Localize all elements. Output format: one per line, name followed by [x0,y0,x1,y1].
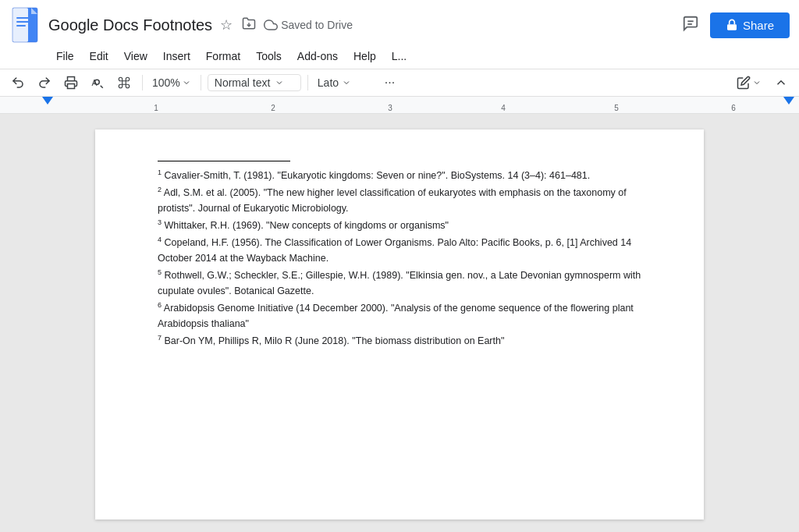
style-dropdown-icon [275,78,284,87]
svg-rect-5 [16,21,30,23]
ruler: 1 2 3 4 5 6 [0,97,799,114]
svg-text:4: 4 [501,104,506,112]
toolbar: A 100% Normal text Lato ··· [0,69,799,97]
menu-tools[interactable]: Tools [248,47,289,66]
header-actions: Share [677,10,790,41]
menu-help[interactable]: Help [346,47,384,66]
svg-text:5: 5 [614,104,619,112]
zoom-dropdown-icon [182,78,191,87]
doc-title[interactable]: Google Docs Footnotes [48,16,212,34]
edit-mode-button[interactable] [732,73,766,93]
font-selector[interactable]: Lato [314,75,377,90]
document-page: 1 Cavalier-Smith, T. (1981). "Eukaryotic… [95,129,704,520]
svg-rect-4 [16,17,30,19]
footnote-divider [158,161,290,161]
redo-button[interactable] [33,73,56,93]
menu-insert[interactable]: Insert [155,47,198,66]
menu-format[interactable]: Format [198,47,248,66]
spellcheck-button[interactable]: A [86,73,109,93]
footnote-5: 5 Rothwell, G.W.; Scheckler, S.E.; Gille… [158,268,657,299]
menu-edit[interactable]: Edit [82,47,116,66]
svg-rect-10 [727,24,737,30]
share-button[interactable]: Share [710,12,790,38]
footnote-7: 7 Bar-On YM, Phillips R, Milo R (June 20… [158,333,657,349]
svg-text:6: 6 [731,104,736,112]
footnote-2: 2 Adl, S.M. et al. (2005). "The new high… [158,185,657,216]
comments-button[interactable] [677,10,704,41]
more-options-button[interactable]: ··· [380,73,400,93]
ruler-marks: 1 2 3 4 5 6 [0,97,799,114]
header: Google Docs Footnotes ☆ [0,0,799,69]
svg-rect-11 [68,84,75,89]
lock-icon [726,19,738,31]
svg-text:3: 3 [388,104,392,112]
star-button[interactable]: ☆ [218,15,234,35]
toolbar-sep-2 [201,75,201,90]
collapse-toolbar-button[interactable] [769,73,793,93]
font-dropdown-icon [342,78,351,87]
cloud-icon [264,18,278,32]
svg-rect-6 [16,25,26,27]
menu-view[interactable]: View [116,47,155,66]
move-to-folder-button[interactable] [240,15,257,36]
toolbar-sep-1 [142,75,143,90]
svg-text:2: 2 [271,104,275,112]
footnote-6: 6 Arabidopsis Genome Initiative (14 Dece… [158,300,657,332]
text-style-selector[interactable]: Normal text [208,74,301,91]
print-button[interactable] [59,73,83,93]
menu-addons[interactable]: Add-ons [289,47,346,66]
menu-file[interactable]: File [48,47,82,66]
svg-text:1: 1 [154,104,158,112]
toolbar-sep-3 [307,75,308,90]
paint-format-button[interactable] [112,73,136,93]
footnote-4: 4 Copeland, H.F. (1956). The Classificat… [158,235,657,266]
title-area: Google Docs Footnotes ☆ [48,15,677,36]
footnote-1: 1 Cavalier-Smith, T. (1981). "Eukaryotic… [158,168,657,183]
doc-icon [9,6,41,44]
footnote-3: 3 Whittaker, R.H. (1969). "New concepts … [158,218,657,233]
menu-more[interactable]: L... [384,47,414,66]
main-content-area: 1 Cavalier-Smith, T. (1981). "Eukaryotic… [0,114,799,532]
edit-dropdown-icon [752,78,762,87]
undo-button[interactable] [6,73,30,93]
menu-bar: File Edit View Insert Format Tools Add-o… [9,47,790,69]
zoom-selector[interactable]: 100% [149,75,194,90]
saved-status: Saved to Drive [264,18,353,32]
toolbar-right [732,73,793,93]
